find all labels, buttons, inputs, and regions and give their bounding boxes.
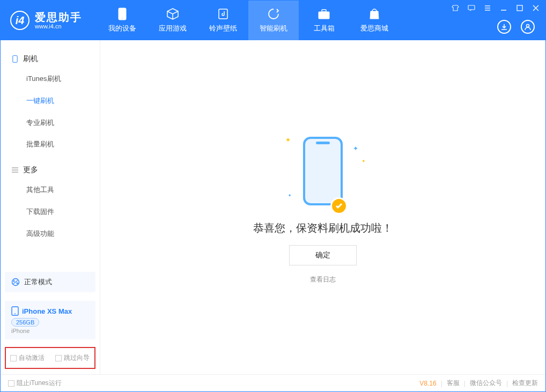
separator: |: [441, 380, 442, 387]
tab-apps[interactable]: 应用游戏: [147, 1, 198, 40]
wechat-link[interactable]: 微信公众号: [470, 379, 502, 388]
sidebar-section-more: 更多: [1, 161, 100, 179]
sidebar-item-advanced[interactable]: 高级功能: [1, 223, 100, 245]
close-icon[interactable]: [532, 4, 540, 12]
section-label: 刷机: [23, 54, 38, 64]
sidebar-item-itunes-flash[interactable]: iTunes刷机: [1, 68, 100, 90]
mode-icon: [11, 278, 20, 286]
sparkle-icon: ✦: [285, 136, 291, 144]
svg-point-11: [17, 283, 18, 284]
header: i4 爱思助手 www.i4.cn 我的设备 应用游戏 铃声壁纸 智能刷机 工具…: [1, 1, 545, 40]
sparkle-icon: •: [289, 192, 291, 199]
device-icon: [11, 306, 19, 316]
separator: |: [506, 380, 508, 387]
section-label: 更多: [23, 165, 38, 175]
version-label: V8.16: [419, 380, 436, 387]
tab-label: 应用游戏: [159, 24, 187, 33]
skin-icon[interactable]: [451, 4, 460, 12]
device-info-panel[interactable]: iPhone XS Max 256GB iPhone: [5, 301, 95, 339]
separator: |: [464, 380, 466, 387]
tab-label: 智能刷机: [260, 24, 287, 33]
checkbox-label: 跳过向导: [64, 353, 90, 363]
sidebar-item-easy-flash[interactable]: 一键刷机: [1, 90, 100, 112]
check-badge-icon: [330, 197, 348, 215]
checkbox-icon: [8, 380, 14, 387]
success-text: 恭喜您，保资料刷机成功啦！: [253, 221, 393, 235]
checkbox-icon: [10, 355, 17, 361]
sidebar: 刷机 iTunes刷机 一键刷机 专业刷机 批量刷机 更多 其他工具 下载固件 …: [1, 40, 100, 374]
sparkle-icon: •: [363, 158, 365, 165]
window-controls: [451, 4, 540, 12]
list-icon: [11, 166, 19, 174]
svg-point-7: [527, 25, 529, 27]
refresh-icon: [267, 8, 280, 20]
logo-subtitle: www.i4.cn: [35, 23, 82, 29]
toolbox-icon: [318, 8, 330, 20]
device-mode: 正常模式: [24, 277, 52, 287]
sidebar-item-batch-flash[interactable]: 批量刷机: [1, 134, 100, 156]
logo-icon: i4: [10, 11, 29, 30]
ok-button[interactable]: 确定: [289, 245, 357, 265]
success-illustration: ✦ ✦ • •: [275, 131, 371, 211]
sidebar-item-pro-flash[interactable]: 专业刷机: [1, 112, 100, 134]
phone-icon: [116, 8, 129, 20]
nav-tabs: 我的设备 应用游戏 铃声壁纸 智能刷机 工具箱 爱思商城: [97, 1, 400, 40]
checkbox-label: 阻止iTunes运行: [17, 379, 62, 388]
bag-icon: [368, 8, 381, 20]
svg-rect-5: [468, 5, 475, 10]
tab-toolbox[interactable]: 工具箱: [299, 1, 349, 40]
svg-rect-3: [319, 12, 329, 19]
music-icon: [217, 8, 230, 20]
tab-ringtone[interactable]: 铃声壁纸: [198, 1, 248, 40]
minimize-icon[interactable]: [499, 4, 508, 12]
support-link[interactable]: 客服: [447, 379, 460, 388]
sidebar-section-flash: 刷机: [1, 50, 100, 68]
checkbox-auto-activate[interactable]: 自动激活: [10, 353, 45, 363]
download-icon[interactable]: [497, 20, 511, 34]
checkbox-block-itunes[interactable]: 阻止iTunes运行: [8, 379, 62, 388]
device-type: iPhone: [11, 328, 89, 334]
svg-point-10: [13, 280, 15, 282]
phone-illustration: [303, 137, 343, 205]
checkbox-icon: [55, 355, 62, 361]
feedback-icon[interactable]: [467, 4, 476, 12]
tab-label: 我的设备: [108, 24, 136, 33]
svg-point-13: [14, 313, 16, 314]
svg-rect-2: [219, 9, 227, 19]
menu-icon[interactable]: [483, 4, 492, 12]
footer: 阻止iTunes运行 V8.16 | 客服 | 微信公众号 | 检查更新: [1, 374, 545, 391]
device-name: iPhone XS Max: [22, 307, 72, 315]
user-icon[interactable]: [521, 20, 535, 34]
checkbox-skip-guide[interactable]: 跳过向导: [55, 353, 90, 363]
sidebar-item-download-fw[interactable]: 下载固件: [1, 201, 100, 223]
cube-icon: [166, 8, 179, 20]
view-log-link[interactable]: 查看日志: [310, 275, 336, 284]
svg-point-1: [122, 18, 123, 19]
phone-outline-icon: [11, 55, 19, 63]
tab-my-device[interactable]: 我的设备: [97, 1, 147, 40]
logo-title: 爱思助手: [35, 11, 82, 23]
svg-rect-6: [517, 5, 522, 11]
checkbox-label: 自动激活: [19, 353, 45, 363]
tab-label: 工具箱: [314, 24, 335, 33]
tab-store[interactable]: 爱思商城: [349, 1, 400, 40]
maximize-icon[interactable]: [515, 4, 524, 12]
device-capacity: 256GB: [11, 318, 39, 327]
device-mode-panel[interactable]: 正常模式: [5, 272, 95, 292]
check-update-link[interactable]: 检查更新: [512, 379, 538, 388]
svg-rect-8: [13, 56, 17, 63]
header-actions: [497, 20, 535, 34]
sidebar-item-other-tools[interactable]: 其他工具: [1, 179, 100, 201]
sparkle-icon: ✦: [353, 145, 358, 152]
tab-label: 铃声壁纸: [209, 24, 237, 33]
tab-label: 爱思商城: [360, 24, 388, 33]
svg-rect-4: [322, 10, 326, 12]
tab-smart-flash[interactable]: 智能刷机: [248, 1, 299, 40]
main-content: ✦ ✦ • • 恭喜您，保资料刷机成功啦！ 确定 查看日志: [100, 40, 545, 374]
options-row-highlighted: 自动激活 跳过向导: [5, 347, 95, 369]
logo[interactable]: i4 爱思助手 www.i4.cn: [1, 11, 97, 30]
